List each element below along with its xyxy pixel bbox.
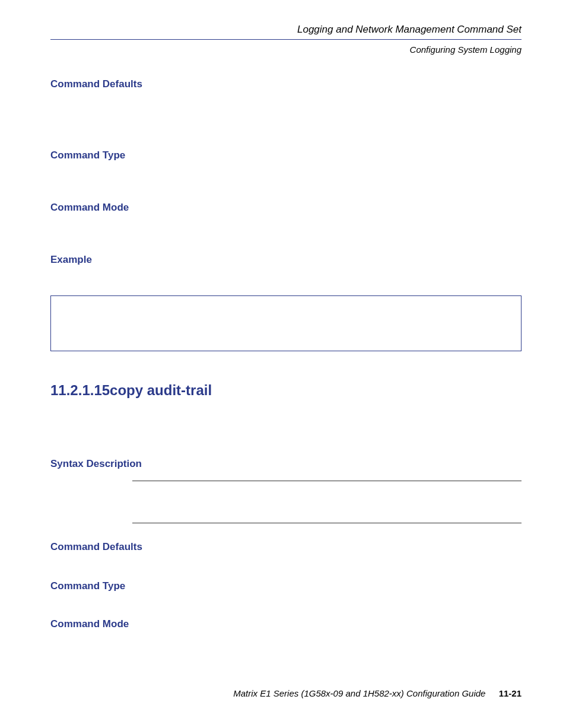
footer-page-number: 11-21 bbox=[499, 688, 522, 698]
header-title: Logging and Network Management Command S… bbox=[50, 24, 522, 36]
heading-command-defaults: Command Defaults bbox=[50, 78, 522, 90]
table-rule-bottom bbox=[132, 523, 522, 523]
header-rule bbox=[50, 39, 522, 40]
heading-syntax-description: Syntax Description bbox=[50, 458, 522, 470]
heading-command-type-2: Command Type bbox=[50, 580, 522, 592]
heading-example: Example bbox=[50, 254, 522, 266]
page-header: Logging and Network Management Command S… bbox=[50, 24, 522, 55]
heading-command-type: Command Type bbox=[50, 150, 522, 161]
syntax-table bbox=[132, 481, 522, 523]
footer-text: Matrix E1 Series (1G58x-09 and 1H582-xx)… bbox=[233, 688, 485, 698]
header-subtitle: Configuring System Logging bbox=[50, 44, 522, 55]
heading-command-mode-2: Command Mode bbox=[50, 618, 522, 630]
page-footer: Matrix E1 Series (1G58x-09 and 1H582-xx)… bbox=[233, 688, 522, 698]
command-title: 11.2.1.15copy audit-trail bbox=[50, 382, 522, 399]
heading-command-defaults-2: Command Defaults bbox=[50, 541, 522, 553]
example-box bbox=[50, 295, 522, 351]
heading-command-mode: Command Mode bbox=[50, 202, 522, 214]
